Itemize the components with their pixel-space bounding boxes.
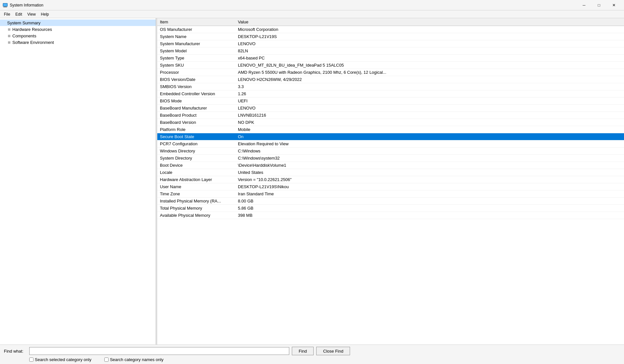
minimize-button[interactable]: ─ <box>577 0 592 10</box>
table-cell-value: LENOVO <box>235 40 624 47</box>
table-row[interactable]: BaseBoard ManufacturerLENOVO <box>157 105 624 112</box>
table-cell-item: System Directory <box>157 155 235 162</box>
left-panel: System Summary ⊞ Hardware Resources ⊞ Co… <box>0 18 156 344</box>
table-cell-item: System Manufacturer <box>157 40 235 47</box>
table-cell-item: Hardware Abstraction Layer <box>157 176 235 183</box>
table-row[interactable]: BaseBoard ProductLNVNB161216 <box>157 112 624 119</box>
col-header-item: Item <box>157 18 235 26</box>
table-cell-item: BIOS Version/Date <box>157 76 235 83</box>
menu-help[interactable]: Help <box>38 11 52 17</box>
table-row[interactable]: Windows DirectoryC:\Windows <box>157 148 624 155</box>
table-cell-value: 398 MB <box>235 212 624 219</box>
table-row[interactable]: SMBIOS Version3.3 <box>157 83 624 90</box>
checkbox-category-names[interactable] <box>104 358 109 362</box>
table-cell-value: UEFI <box>235 98 624 105</box>
checkbox-selected-category[interactable] <box>29 358 33 362</box>
table-cell-item: Boot Device <box>157 162 235 169</box>
col-header-value: Value <box>235 18 624 26</box>
data-table: Item Value OS ManufacturerMicrosoft Corp… <box>157 18 624 219</box>
table-cell-item: PCR7 Configuration <box>157 140 235 148</box>
table-cell-value: On <box>235 133 624 140</box>
bottom-panel: Find what: Find Close Find Search select… <box>0 344 624 364</box>
table-row[interactable]: BIOS ModeUEFI <box>157 98 624 105</box>
tree-item-system-summary[interactable]: System Summary <box>0 20 156 26</box>
table-row[interactable]: ProcessorAMD Ryzen 5 5500U with Radeon G… <box>157 69 624 76</box>
table-cell-item: System SKU <box>157 62 235 69</box>
table-cell-value: LENOVO H2CN26WW, 4/29/2022 <box>235 76 624 83</box>
table-cell-value: C:\Windows <box>235 148 624 155</box>
table-row[interactable]: Boot Device\Device\HarddiskVolume1 <box>157 162 624 169</box>
table-cell-value: 5.86 GB <box>235 205 624 212</box>
table-row[interactable]: Time ZoneIran Standard Time <box>157 190 624 198</box>
checkbox-category-names-label[interactable]: Search category names only <box>104 357 163 362</box>
find-button[interactable]: Find <box>292 347 314 355</box>
table-cell-item: BIOS Mode <box>157 98 235 105</box>
table-row[interactable]: Installed Physical Memory (RA...8.00 GB <box>157 198 624 205</box>
expand-icon-components: ⊞ <box>6 33 12 38</box>
table-row[interactable]: Secure Boot StateOn <box>157 133 624 140</box>
table-row[interactable]: System Typex64-based PC <box>157 55 624 62</box>
table-cell-value: Elevation Required to View <box>235 140 624 148</box>
table-row[interactable]: System NameDESKTOP-L21V19S <box>157 33 624 40</box>
table-cell-value: AMD Ryzen 5 5500U with Radeon Graphics, … <box>235 69 624 76</box>
tree-item-hardware-resources[interactable]: ⊞ Hardware Resources <box>0 26 156 32</box>
table-cell-value: United States <box>235 169 624 176</box>
table-row[interactable]: PCR7 ConfigurationElevation Required to … <box>157 140 624 148</box>
table-cell-item: Total Physical Memory <box>157 205 235 212</box>
main-content: System Summary ⊞ Hardware Resources ⊞ Co… <box>0 18 624 344</box>
tree-label-software-environment: Software Environment <box>12 40 54 45</box>
menu-file[interactable]: File <box>1 11 13 17</box>
table-cell-value: C:\Windows\system32 <box>235 155 624 162</box>
menu-edit[interactable]: Edit <box>13 11 25 17</box>
table-row[interactable]: Embedded Controller Version1.26 <box>157 90 624 98</box>
menu-view[interactable]: View <box>25 11 38 17</box>
svg-rect-3 <box>3 7 7 7</box>
tree-item-software-environment[interactable]: ⊞ Software Environment <box>0 39 156 46</box>
table-row[interactable]: LocaleUnited States <box>157 169 624 176</box>
checkbox-row: Search selected category only Search cat… <box>4 357 620 362</box>
title-bar: System Information ─ □ ✕ <box>0 0 624 10</box>
table-row[interactable]: Total Physical Memory5.86 GB <box>157 205 624 212</box>
table-row[interactable]: System DirectoryC:\Windows\system32 <box>157 155 624 162</box>
tree-item-components[interactable]: ⊞ Components <box>0 32 156 39</box>
checkbox-selected-category-label[interactable]: Search selected category only <box>29 357 91 362</box>
table-row[interactable]: User NameDESKTOP-L21V19S\Nikou <box>157 183 624 190</box>
table-cell-item: OS Manufacturer <box>157 26 235 33</box>
table-cell-value: Iran Standard Time <box>235 190 624 198</box>
tree-label-hardware-resources: Hardware Resources <box>12 27 52 32</box>
expand-icon-system-summary <box>1 20 6 25</box>
table-row[interactable]: BIOS Version/DateLENOVO H2CN26WW, 4/29/2… <box>157 76 624 83</box>
table-row[interactable]: OS ManufacturerMicrosoft Corporation <box>157 26 624 33</box>
expand-icon-hardware-resources: ⊞ <box>6 27 12 32</box>
table-cell-item: Secure Boot State <box>157 133 235 140</box>
table-cell-value: LENOVO_MT_82LN_BU_idea_FM_IdeaPad 5 15AL… <box>235 62 624 69</box>
table-row[interactable]: System SKULENOVO_MT_82LN_BU_idea_FM_Idea… <box>157 62 624 69</box>
table-cell-value: 8.00 GB <box>235 198 624 205</box>
find-row: Find what: Find Close Find <box>4 347 620 355</box>
table-cell-item: System Type <box>157 55 235 62</box>
checkbox-selected-category-text: Search selected category only <box>35 357 91 362</box>
table-row[interactable]: Platform RoleMobile <box>157 126 624 133</box>
app-icon <box>3 3 8 8</box>
close-button[interactable]: ✕ <box>606 0 621 10</box>
table-cell-item: BaseBoard Version <box>157 119 235 126</box>
table-cell-item: Platform Role <box>157 126 235 133</box>
table-cell-value: DESKTOP-L21V19S\Nikou <box>235 183 624 190</box>
find-label: Find what: <box>4 349 27 354</box>
table-row[interactable]: Available Physical Memory398 MB <box>157 212 624 219</box>
expand-icon-software-environment: ⊞ <box>6 40 12 45</box>
table-cell-item: Processor <box>157 69 235 76</box>
table-cell-value: LNVNB161216 <box>235 112 624 119</box>
find-input[interactable] <box>29 347 289 355</box>
table-cell-item: BaseBoard Manufacturer <box>157 105 235 112</box>
table-cell-item: Locale <box>157 169 235 176</box>
close-find-button[interactable]: Close Find <box>316 347 350 355</box>
table-cell-item: Time Zone <box>157 190 235 198</box>
table-row[interactable]: BaseBoard VersionNO DPK <box>157 119 624 126</box>
svg-rect-2 <box>4 6 6 7</box>
table-row[interactable]: Hardware Abstraction LayerVersion = "10.… <box>157 176 624 183</box>
table-row[interactable]: System Model82LN <box>157 47 624 55</box>
table-row[interactable]: System ManufacturerLENOVO <box>157 40 624 47</box>
maximize-button[interactable]: □ <box>592 0 606 10</box>
table-cell-item: SMBIOS Version <box>157 83 235 90</box>
